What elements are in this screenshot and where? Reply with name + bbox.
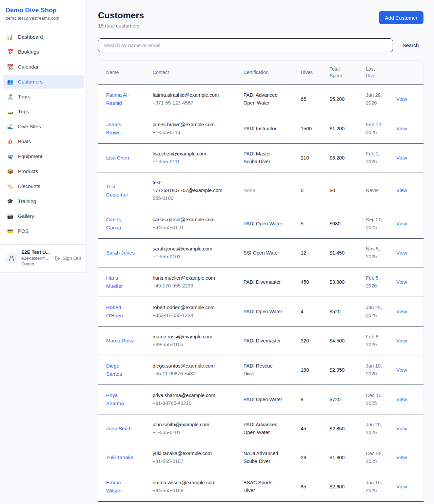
bar-chart-icon: 📊 — [7, 34, 14, 40]
view-link[interactable]: View — [396, 279, 407, 285]
sidebar-item-calendar[interactable]: 📆Calendar — [3, 60, 84, 74]
customer-total-spent: $720 — [324, 385, 360, 414]
customer-name-link[interactable]: Test Customer — [106, 184, 128, 198]
add-customer-button[interactable]: Add Customer — [379, 11, 423, 24]
view-link[interactable]: View — [396, 126, 407, 131]
customer-total-spent: $1,450 — [324, 239, 360, 267]
customer-last-dive: Jan 10, 2026 — [360, 355, 391, 385]
customer-phone: +353-87-555-1234 — [153, 312, 233, 319]
label-icon: 🏷️ — [7, 183, 14, 190]
customer-name-link[interactable]: Sarah Jones — [106, 250, 135, 256]
sidebar-item-pos[interactable]: 💳POS — [3, 224, 84, 238]
customer-name-link[interactable]: Marco Rossi — [106, 338, 134, 343]
sidebar-item-training[interactable]: 🎓Training — [3, 194, 84, 208]
customer-last-dive: Jan 25, 2026 — [360, 297, 391, 326]
sidebar-item-dive-sites[interactable]: 🌊Dive Sites — [3, 120, 84, 133]
view-link[interactable]: View — [396, 221, 407, 226]
customer-certification: PADI Open Water — [238, 385, 295, 414]
people-icon: 👥 — [7, 78, 14, 85]
customer-name-link[interactable]: Robert O'Brien — [106, 304, 123, 318]
view-link[interactable]: View — [396, 155, 407, 161]
view-link[interactable]: View — [396, 338, 407, 343]
sign-out-button[interactable]: Sign Out — [55, 256, 81, 261]
customer-name-link[interactable]: Diego Santos — [106, 363, 122, 377]
sidebar-item-dashboard[interactable]: 📊Dashboard — [3, 30, 84, 44]
customer-name-link[interactable]: Hans Mueller — [106, 275, 123, 289]
view-link[interactable]: View — [396, 367, 407, 373]
customer-dives: 28 — [295, 443, 324, 472]
customer-phone: +81-555-0107 — [153, 458, 233, 465]
customer-count: 15 total customers — [98, 23, 144, 29]
view-link[interactable]: View — [396, 250, 407, 256]
view-link[interactable]: View — [396, 426, 407, 431]
view-link[interactable]: View — [396, 484, 407, 489]
view-link[interactable]: View — [396, 397, 407, 402]
page-header: Customers 15 total customers Add Custome… — [98, 10, 423, 29]
customer-name-link[interactable]: Yuki Tanaka — [106, 454, 134, 460]
sidebar-nav: 📊Dashboard📅Bookings📆Calendar👥Customers🏝️… — [0, 26, 86, 243]
table-row: Hans Mueller hans.mueller@example.com +4… — [98, 267, 423, 297]
customer-dives: 4 — [295, 297, 324, 326]
customer-total-spent: $680 — [324, 209, 360, 239]
table-row: Diego Santos diego.santos@example.com +5… — [98, 355, 423, 385]
customer-email: test- 1772681807767@example.com — [153, 179, 233, 194]
table-row: Keiko Yamamoto keiko.yamamoto@example.co… — [98, 502, 423, 504]
customer-dives: 1500 — [295, 114, 324, 144]
customer-dives: 0 — [295, 172, 324, 209]
customer-phone: 555-0100 — [153, 194, 233, 202]
sidebar-item-label: Trips — [18, 108, 29, 115]
customer-phone: +971-55-123-4567 — [153, 99, 233, 107]
table-body: Fatima Al- Rashid fatima.alrashid@exampl… — [98, 84, 423, 504]
table-row: Lisa Chen lisa.chen@example.com +1-555-0… — [98, 144, 423, 172]
view-link[interactable]: View — [396, 309, 407, 314]
sidebar-item-gallery[interactable]: 📸Gallery — [3, 209, 84, 223]
customer-email: lisa.chen@example.com — [153, 150, 233, 158]
customer-name-link[interactable]: Fatima Al- Rashid — [106, 92, 129, 106]
customer-last-dive: Dec 15, 2025 — [360, 385, 391, 414]
view-link[interactable]: View — [396, 188, 407, 193]
sidebar-item-trips[interactable]: 🚤Trips — [3, 105, 84, 118]
column-header-contact: Contact — [147, 61, 238, 84]
customer-name-link[interactable]: Carlos Garcia — [106, 217, 121, 230]
sidebar-item-label: Discounts — [18, 183, 40, 190]
customer-email: hans.mueller@example.com — [153, 274, 233, 282]
customer-certification: PADI Open Water — [238, 209, 295, 239]
customer-last-dive: Jan 20, 2026 — [360, 414, 391, 443]
customer-name-link[interactable]: Priya Sharma — [106, 392, 124, 406]
view-link[interactable]: View — [396, 96, 407, 102]
table-row: Test Customer test- 1772681807767@exampl… — [98, 172, 423, 209]
customer-name-link[interactable]: Lisa Chen — [106, 155, 129, 161]
customer-last-dive: Jan 28, 2026 — [360, 84, 391, 114]
view-link[interactable]: View — [396, 455, 407, 460]
package-icon: 📦 — [7, 168, 14, 175]
customer-dives: 210 — [295, 144, 324, 172]
sidebar-item-tours[interactable]: 🏝️Tours — [3, 90, 84, 104]
column-header-dives: Dives — [295, 61, 324, 84]
sidebar-item-equipment[interactable]: 🤿Equipment — [3, 150, 84, 163]
search-button[interactable]: Search — [402, 41, 419, 50]
sidebar-item-customers[interactable]: 👥Customers — [3, 75, 84, 89]
table-row: James Brown james.brown@example.com +1-5… — [98, 114, 423, 144]
shop-name[interactable]: Demo Dive Shop — [5, 6, 81, 14]
graduation-cap-icon: 🎓 — [7, 198, 14, 205]
table-row: Carlos Garcia carlos.garcia@example.com … — [98, 209, 423, 239]
customer-name-link[interactable]: Emma Wilson — [106, 480, 121, 493]
customer-total-spent: $4,500 — [324, 326, 360, 355]
customer-phone: +49-170-555-2233 — [153, 282, 233, 290]
customer-last-dive: Feb 10, 2026 — [360, 502, 391, 504]
customer-phone: +1-555-0111 — [153, 158, 233, 166]
customer-name-link[interactable]: John Smith — [106, 426, 132, 431]
sidebar-item-boats[interactable]: ⛵Boats — [3, 135, 84, 148]
table-row: Priya Sharma priya.sharma@example.com +9… — [98, 385, 423, 414]
calendar-icon: 📅 — [7, 49, 14, 55]
customer-name-link[interactable]: James Brown — [106, 122, 121, 135]
customer-certification: PADI Divemaster — [238, 326, 295, 355]
app-root: Demo Dive Shop demo.test.divestreams.com… — [0, 0, 434, 504]
search-input[interactable] — [98, 38, 393, 52]
sidebar-item-bookings[interactable]: 📅Bookings — [3, 45, 84, 59]
sidebar-item-products[interactable]: 📦Products — [3, 165, 84, 178]
sidebar-item-discounts[interactable]: 🏷️Discounts — [3, 180, 84, 193]
table-row: Sarah Jones sarah.jones@example.com +1-5… — [98, 239, 423, 267]
customer-phone: +1-555-0103 — [153, 253, 233, 261]
customer-certification: PADI Advanced Open Water — [238, 502, 295, 504]
